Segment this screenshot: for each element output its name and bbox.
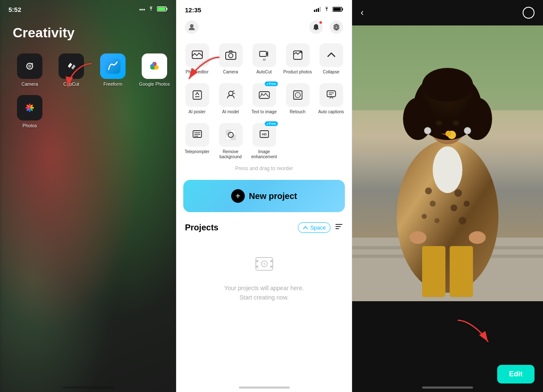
svg-point-86 (464, 201, 470, 207)
svg-point-101 (445, 131, 451, 137)
autocut-icon: AI (252, 43, 276, 67)
tool-product-photos[interactable]: ✦ Product photos (281, 39, 314, 79)
app-camera[interactable]: Camera (13, 53, 47, 87)
svg-point-83 (430, 201, 436, 207)
tool-autocut[interactable]: AI AutoCut (248, 39, 280, 79)
svg-point-80 (425, 188, 432, 194)
header-actions (309, 20, 343, 34)
tool-camera[interactable]: Camera (214, 39, 247, 79)
svg-point-45 (229, 91, 233, 95)
image-enhancement-label: Image enhancement (249, 149, 279, 160)
svg-point-6 (32, 63, 33, 64)
freeform-app-icon (100, 53, 126, 79)
text-to-image-label: Text to image (252, 109, 277, 115)
svg-rect-30 (333, 8, 341, 11)
svg-point-87 (459, 217, 466, 224)
svg-point-82 (454, 189, 462, 197)
teleprompter-label: Teleprompter (185, 149, 209, 154)
home-title: Creativity (13, 25, 163, 41)
home-indicator (63, 386, 114, 389)
tool-retouch[interactable]: Retouch (281, 79, 314, 119)
camera-tool-icon (219, 43, 243, 67)
sort-button[interactable] (335, 223, 343, 232)
free-badge-enhancement: Free (265, 121, 277, 126)
tool-ai-model[interactable]: AI model (214, 79, 247, 119)
svg-rect-32 (315, 29, 317, 30)
svg-rect-26 (318, 8, 319, 12)
photo-editor-label: Photo editor (186, 70, 209, 75)
svg-rect-24 (314, 10, 315, 12)
svg-rect-68 (270, 260, 273, 262)
back-button[interactable]: ‹ (361, 7, 364, 18)
svg-rect-67 (256, 266, 258, 268)
ai-model-icon (219, 83, 243, 107)
svg-rect-29 (342, 8, 343, 11)
tool-auto-captions[interactable]: Auto captions (315, 79, 347, 119)
tool-remove-background[interactable]: Remove background (214, 119, 247, 164)
svg-point-85 (422, 214, 427, 219)
empty-line2: Start creating now. (240, 294, 289, 301)
edit-button[interactable]: Edit (497, 365, 535, 384)
profile-button[interactable] (185, 20, 199, 34)
circle-button[interactable] (523, 7, 535, 19)
tool-photo-editor[interactable]: Photo editor (181, 39, 213, 79)
projects-actions: Space (298, 222, 343, 233)
status-icons: ▪▪▪ (139, 6, 168, 13)
svg-rect-25 (316, 9, 317, 12)
drag-hint: Press and drag to reorder (176, 164, 352, 176)
tool-collapse[interactable]: Collapse (315, 39, 347, 79)
signal-icon: ▪▪▪ (139, 6, 145, 13)
right-panel: ‹ (352, 0, 543, 392)
ai-poster-label: AI poster (188, 109, 205, 115)
svg-rect-91 (450, 246, 473, 297)
middle-status-bar: 12:35 (176, 0, 352, 17)
middle-status-icons (314, 6, 343, 14)
left-time: 5:52 (8, 6, 21, 13)
capcut-app-label: CapCut (63, 81, 79, 87)
space-label: Space (310, 224, 326, 231)
space-button[interactable]: Space (298, 222, 330, 233)
app-photos[interactable]: Photos (13, 95, 47, 128)
app-capcut[interactable]: CapCut (54, 53, 88, 87)
tools-row-2: + AI poster AI model Free Text to image … (176, 79, 352, 119)
battery-icon (157, 6, 168, 13)
app-google-photos[interactable]: Google Photos (137, 53, 171, 87)
svg-point-99 (453, 120, 459, 126)
notifications-button[interactable] (309, 20, 323, 34)
svg-text:HD: HD (262, 132, 267, 136)
retouch-icon (286, 83, 310, 107)
auto-captions-label: Auto captions (318, 109, 344, 115)
tools-row-1: Photo editor Camera AI AutoCut ✦ Product… (176, 39, 352, 79)
tool-text-to-image[interactable]: Free Text to image (248, 79, 280, 119)
svg-rect-1 (167, 8, 168, 10)
svg-point-71 (263, 263, 265, 265)
svg-rect-49 (327, 91, 336, 97)
auto-captions-icon (319, 83, 343, 107)
svg-rect-2 (158, 8, 165, 11)
svg-rect-8 (105, 59, 120, 74)
app-freeform[interactable]: Freeform (96, 53, 130, 87)
tool-image-enhancement[interactable]: Free HD Image enhancement (248, 119, 280, 164)
product-photos-label: Product photos (283, 70, 312, 75)
svg-point-105 (469, 231, 486, 244)
camera-tool-label: Camera (223, 70, 238, 75)
tool-teleprompter[interactable]: Teleprompter (181, 119, 213, 164)
svg-text:AI: AI (263, 58, 266, 61)
new-project-button[interactable]: + New project (183, 180, 345, 212)
svg-point-103 (464, 127, 471, 134)
remove-background-label: Remove background (216, 149, 245, 160)
collapse-icon (319, 43, 343, 67)
retouch-label: Retouch (290, 109, 305, 115)
tool-ai-poster[interactable]: + AI poster (181, 79, 213, 119)
camera-app-icon (17, 53, 42, 79)
text-to-image-icon: Free (252, 83, 276, 107)
svg-point-104 (409, 231, 426, 244)
svg-point-5 (28, 64, 31, 68)
settings-button[interactable] (330, 20, 343, 34)
new-project-label: New project (249, 191, 297, 201)
app-grid: Camera CapCut Freeform (13, 53, 163, 87)
tools-row-3: Teleprompter Remove background Free HD I… (176, 119, 352, 164)
svg-point-31 (190, 24, 193, 28)
battery-icon-middle (333, 6, 343, 14)
left-status-bar: 5:52 ▪▪▪ (0, 0, 176, 17)
